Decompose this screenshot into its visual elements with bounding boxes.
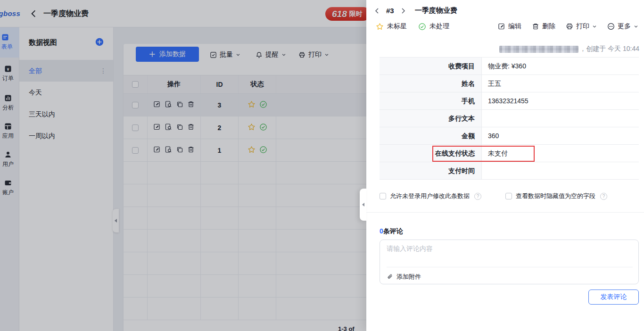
option-label: 允许未登录用户修改此条数据 <box>390 192 470 200</box>
chevron-down-icon <box>634 24 638 29</box>
creator-line: ，创建于 今天 10:44 <box>499 45 639 53</box>
field-row-手机: 手机13632321455 <box>380 92 639 110</box>
more-button[interactable]: 更多 <box>607 22 638 31</box>
field-label: 姓名 <box>380 75 482 92</box>
option-allow-anonymous-edit: 允许未登录用户修改此条数据 ? <box>380 192 481 200</box>
prev-record-icon[interactable] <box>374 8 380 14</box>
comments-suffix: 条评论 <box>383 227 403 235</box>
field-value: 物业费: ¥360 <box>482 58 639 74</box>
edit-button[interactable]: 编辑 <box>498 22 521 31</box>
created-at-text: ，创建于 今天 10:44 <box>579 45 639 53</box>
comment-box-divider <box>387 267 633 267</box>
delete-button[interactable]: 删除 <box>532 22 555 31</box>
record-id: #3 <box>386 7 394 15</box>
modal-dim-overlay[interactable] <box>0 0 366 331</box>
star-toggle[interactable]: 未标星 <box>376 22 407 31</box>
field-label: 金额 <box>380 127 482 144</box>
app-stage: ngboss 一季度物业费 618 限时 表单¥订单分析应用用户账户 数据视图 … <box>0 0 644 331</box>
help-icon[interactable]: ? <box>474 193 481 200</box>
field-label: 在线支付状态 <box>380 145 482 162</box>
field-value: 360 <box>482 127 639 144</box>
trash-icon <box>532 23 539 30</box>
drawer-collapse-handle[interactable] <box>360 189 366 221</box>
field-row-支付时间: 支付时间 <box>380 162 639 180</box>
field-row-多行文本: 多行文本 <box>380 110 639 127</box>
allow-edit-checkbox[interactable] <box>380 193 386 199</box>
add-attachment-button[interactable]: 添加附件 <box>387 273 421 281</box>
chevron-down-icon <box>592 24 597 29</box>
option-label: 查看数据时隐藏值为空的字段 <box>516 192 595 200</box>
record-detail-panel: #3 一季度物业费 未标星 未处理 编辑 删除 <box>366 0 644 331</box>
delete-label: 删除 <box>542 22 555 31</box>
print-label: 打印 <box>576 22 589 31</box>
section-divider <box>366 212 644 213</box>
field-value: 13632321455 <box>482 92 639 109</box>
edit-label: 编辑 <box>508 22 521 31</box>
record-actions: 编辑 删除 打印 更多 <box>498 22 638 31</box>
next-record-icon[interactable] <box>400 8 406 14</box>
submit-comment-button[interactable]: 发表评论 <box>588 290 639 305</box>
comment-box: 添加附件 <box>380 240 639 284</box>
record-nav: #3 一季度物业费 <box>374 6 457 15</box>
field-value <box>482 162 639 179</box>
hide-empty-checkbox[interactable] <box>505 193 512 199</box>
field-label: 手机 <box>380 92 482 109</box>
field-row-姓名: 姓名王五 <box>380 75 639 92</box>
creator-name-redacted <box>499 46 578 53</box>
field-value: 未支付 <box>482 145 639 162</box>
check-circle-icon <box>418 23 426 31</box>
record-title: 一季度物业费 <box>415 6 457 15</box>
star-icon <box>376 23 384 31</box>
paperclip-icon <box>387 273 393 280</box>
printer-icon <box>566 23 573 30</box>
more-circle-icon <box>607 23 615 30</box>
print-button[interactable]: 打印 <box>566 22 597 31</box>
collapse-triangle-icon <box>362 203 364 207</box>
field-row-收费项目: 收费项目物业费: ¥360 <box>380 58 639 75</box>
record-status-row: 未标星 未处理 <box>376 22 449 31</box>
comments-title: 0条评论 <box>380 227 403 236</box>
field-label: 多行文本 <box>380 110 482 127</box>
field-label: 收费项目 <box>380 58 482 74</box>
star-label: 未标星 <box>387 22 407 31</box>
field-value: 王五 <box>482 75 639 92</box>
field-label: 支付时间 <box>380 162 482 179</box>
field-row-在线支付状态: 在线支付状态未支付 <box>380 145 639 162</box>
attach-label: 添加附件 <box>396 273 421 281</box>
comments-count: 0 <box>380 227 383 235</box>
field-table: 收费项目物业费: ¥360姓名王五手机13632321455多行文本金额360在… <box>380 57 639 180</box>
field-row-金额: 金额360 <box>380 127 639 145</box>
more-label: 更多 <box>618 22 631 31</box>
help-icon[interactable]: ? <box>600 193 607 200</box>
comment-input[interactable] <box>387 245 632 265</box>
field-value <box>482 110 639 127</box>
process-label: 未处理 <box>429 22 449 31</box>
edit-icon <box>498 23 505 30</box>
process-toggle[interactable]: 未处理 <box>418 22 449 31</box>
option-hide-empty-fields: 查看数据时隐藏值为空的字段 ? <box>505 192 607 200</box>
